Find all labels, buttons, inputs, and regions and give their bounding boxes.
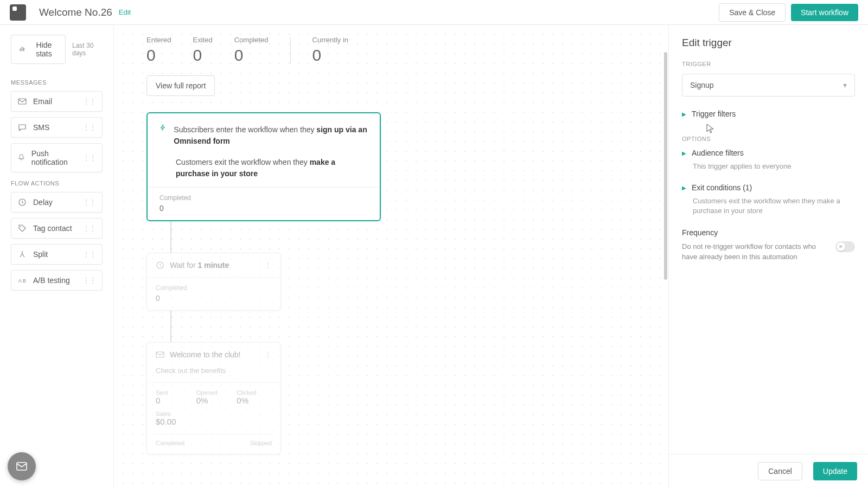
delay-completed-label: Completed: [156, 284, 272, 292]
view-full-report-button[interactable]: View full report: [146, 75, 215, 96]
panel-title: Edit trigger: [682, 37, 855, 49]
email-icon: [156, 350, 164, 359]
node-connector: [170, 311, 171, 342]
clock-icon: [18, 198, 27, 207]
trigger-select[interactable]: Signup ▾: [682, 74, 855, 97]
sidebar-item-label: Email: [33, 97, 52, 106]
delay-node[interactable]: Wait for 1 minute ⋮ Completed 0: [146, 253, 281, 311]
stat-currently-value: 0: [312, 46, 348, 65]
email-clicked-value: 0%: [237, 396, 272, 405]
drag-handle-icon[interactable]: ⋮⋮: [82, 198, 95, 207]
support-chat-button[interactable]: [8, 452, 36, 480]
caret-right-icon: ▶: [682, 150, 686, 156]
email-sales-value: $0.00: [156, 417, 272, 426]
drag-handle-icon[interactable]: ⋮⋮: [82, 153, 95, 162]
email-opened-label: Opened: [196, 389, 232, 396]
messages-section-label: MESSAGES: [11, 79, 103, 86]
stats-summary: Entered 0 Exited 0 Completed 0 Currently…: [146, 36, 652, 65]
trigger-select-value: Signup: [690, 81, 714, 89]
drag-handle-icon[interactable]: ⋮⋮: [82, 250, 95, 259]
sidebar-item-email[interactable]: Email ⋮⋮: [11, 91, 103, 112]
audience-filters-row[interactable]: ▶ Audience filters: [682, 149, 855, 157]
trigger-exit-text: Customers exit the workflow when they: [176, 158, 310, 166]
svg-rect-1: [22, 47, 23, 51]
ab-test-icon: A B: [18, 276, 27, 285]
sidebar-item-label: Tag contact: [33, 224, 72, 233]
drag-handle-icon[interactable]: ⋮⋮: [82, 224, 95, 233]
email-opened-value: 0%: [196, 396, 232, 405]
workflow-canvas[interactable]: Entered 0 Exited 0 Completed 0 Currently…: [114, 25, 668, 488]
app-header: Welcome No.26 Edit Save & Close Start wo…: [0, 0, 868, 25]
bell-icon: [18, 153, 25, 162]
trigger-enter-text: Subscribers enter the workflow when they: [174, 125, 316, 134]
chat-icon: [18, 123, 27, 132]
email-sales-label: Sales: [156, 410, 272, 417]
email-preview: Check out the benefits: [147, 367, 280, 382]
caret-down-icon: ▾: [843, 81, 847, 89]
svg-text:A B: A B: [18, 278, 26, 284]
cancel-button[interactable]: Cancel: [758, 462, 802, 480]
svg-rect-0: [20, 48, 21, 51]
sidebar-item-label: Split: [33, 250, 48, 259]
svg-point-5: [20, 226, 21, 227]
options-section-label: OPTIONS: [682, 136, 855, 142]
frequency-toggle[interactable]: [835, 241, 855, 252]
email-skipped-label: Skipped: [216, 440, 272, 446]
tag-icon: [18, 224, 27, 233]
hide-stats-label: Hide stats: [30, 41, 58, 58]
trigger-section-label: TRIGGER: [682, 61, 855, 67]
start-workflow-button[interactable]: Start workflow: [791, 4, 858, 21]
clock-icon: [156, 261, 164, 269]
update-button[interactable]: Update: [813, 462, 857, 480]
bolt-icon: [159, 124, 166, 133]
save-close-button[interactable]: Save & Close: [719, 3, 786, 22]
drag-handle-icon[interactable]: ⋮⋮: [82, 276, 95, 285]
trigger-completed-value: 0: [159, 204, 368, 213]
stat-completed-label: Completed: [234, 36, 269, 44]
sidebar-item-tag[interactable]: Tag contact ⋮⋮: [11, 218, 103, 239]
sidebar-item-delay[interactable]: Delay ⋮⋮: [11, 192, 103, 213]
edit-title-link[interactable]: Edit: [119, 8, 131, 16]
sidebar-item-sms[interactable]: SMS ⋮⋮: [11, 117, 103, 138]
kebab-icon[interactable]: ⋮: [264, 261, 272, 269]
stat-entered-value: 0: [146, 46, 171, 65]
edit-trigger-panel: Edit trigger TRIGGER Signup ▾ ▶ Trigger …: [668, 25, 868, 488]
delay-completed-value: 0: [156, 294, 272, 303]
kebab-icon[interactable]: ⋮: [264, 350, 272, 359]
email-node[interactable]: Welcome to the club! ⋮ Check out the ben…: [146, 342, 281, 454]
app-logo[interactable]: [10, 4, 26, 21]
stat-divider: [290, 37, 291, 63]
exit-conditions-row[interactable]: ▶ Exit conditions (1): [682, 183, 855, 192]
frequency-title: Frequency: [682, 228, 855, 237]
email-sent-value: 0: [156, 396, 191, 405]
exit-conditions-sub: Customers exit the workflow when they ma…: [693, 196, 855, 216]
mail-icon: [15, 460, 28, 473]
caret-right-icon: ▶: [682, 185, 686, 191]
svg-rect-9: [17, 463, 27, 470]
drag-handle-icon[interactable]: ⋮⋮: [82, 123, 95, 132]
trigger-node[interactable]: Subscribers enter the workflow when they…: [146, 112, 381, 221]
stat-completed-value: 0: [234, 46, 269, 65]
sidebar-item-abtest[interactable]: A B A/B testing ⋮⋮: [11, 270, 103, 291]
sidebar-item-label: SMS: [33, 123, 49, 132]
exit-conditions-label: Exit conditions (1): [692, 183, 752, 192]
trigger-filters-row[interactable]: ▶ Trigger filters: [682, 110, 855, 118]
email-icon: [18, 97, 27, 106]
audience-filters-sub: This trigger applies to everyone: [693, 162, 855, 171]
trigger-completed-label: Completed: [159, 194, 368, 202]
stat-currently-label: Currently in: [312, 36, 348, 44]
svg-rect-8: [156, 352, 164, 357]
stat-exited-label: Exited: [193, 36, 213, 44]
email-subject: Welcome to the club!: [170, 350, 240, 359]
hide-stats-button[interactable]: Hide stats: [11, 35, 66, 64]
trigger-filters-label: Trigger filters: [692, 110, 736, 118]
frequency-description: Do not re-trigger workflow for contacts …: [682, 241, 825, 262]
audience-filters-label: Audience filters: [692, 149, 744, 157]
sidebar-item-push[interactable]: Push notification ⋮⋮: [11, 143, 103, 172]
stat-entered-label: Entered: [146, 36, 171, 44]
date-range-label: Last 30 days: [72, 42, 103, 57]
flow-actions-section-label: FLOW ACTIONS: [11, 180, 103, 187]
sidebar-item-label: Delay: [33, 198, 53, 207]
sidebar-item-split[interactable]: Split ⋮⋮: [11, 244, 103, 265]
drag-handle-icon[interactable]: ⋮⋮: [82, 97, 95, 106]
